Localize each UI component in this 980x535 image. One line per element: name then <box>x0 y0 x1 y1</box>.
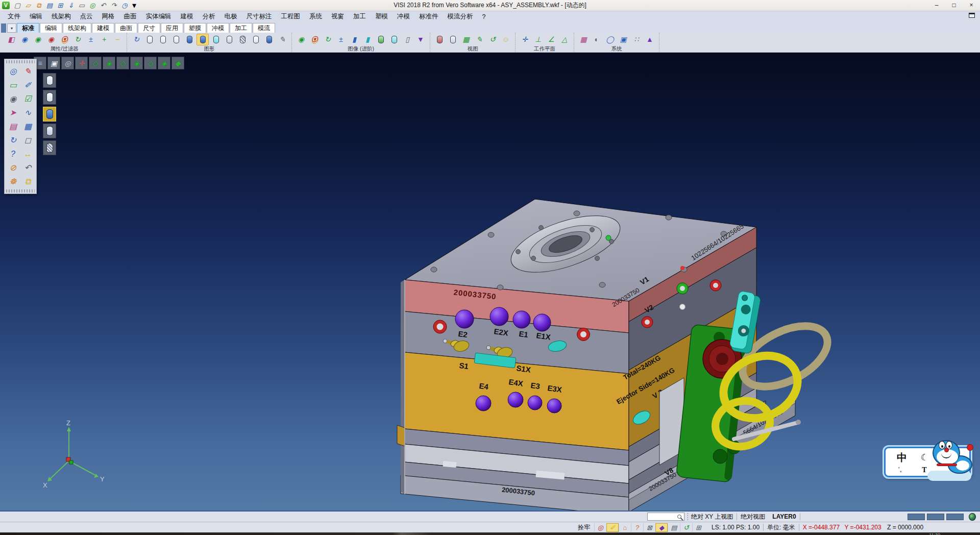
measure-icon[interactable]: ↔ <box>20 147 35 161</box>
render-smiley-icon[interactable]: ☺ <box>500 34 512 45</box>
toolbar-tab[interactable]: 编辑 <box>40 23 62 33</box>
cone-display-icon[interactable]: ▼ <box>414 34 427 45</box>
window-settings-icon[interactable]: ▣ <box>617 34 629 45</box>
menu-item[interactable]: 实体编辑 <box>141 11 176 22</box>
menu-item[interactable]: 网格 <box>97 11 119 22</box>
confirm-check-icon[interactable]: ☑ <box>20 92 35 106</box>
delete-trash-icon[interactable]: ⊘ <box>6 161 20 175</box>
close-button[interactable]: × <box>963 0 980 11</box>
toolbar-tab[interactable]: 曲面 <box>115 23 137 33</box>
show-all-icon[interactable]: + <box>98 34 110 45</box>
snap-settings-icon[interactable]: ◎ <box>594 523 606 532</box>
redraw-icon[interactable]: ↻ <box>130 34 142 45</box>
copy-folder-icon[interactable]: ⧉ <box>20 175 35 188</box>
adv-trafficlight-icon[interactable]: ⦿ <box>308 34 321 45</box>
selection-wand-icon[interactable]: ✐ <box>606 523 619 532</box>
view-right-cube-icon[interactable]: ◈ <box>130 57 143 69</box>
ime-toolbar[interactable]: 中 ☾ ’。 T <box>884 447 971 477</box>
annotate-view-icon[interactable]: ✎ <box>473 34 485 45</box>
adv-toggle-icon[interactable]: ± <box>335 34 347 45</box>
view-bottom-cube-icon[interactable]: ◈ <box>158 57 170 69</box>
workplane-angle-icon[interactable]: ∠ <box>545 34 557 45</box>
navigator-wheel-icon[interactable]: ☸ <box>6 175 20 188</box>
grid-toggle-icon[interactable]: ⊞ <box>692 523 704 532</box>
toolbar-tab[interactable]: 标准 <box>17 23 39 33</box>
color-swatch[interactable] <box>908 514 925 520</box>
zoom-window-icon[interactable]: ◎ <box>61 57 74 69</box>
disable-calc-icon[interactable]: ⊠ <box>643 523 655 532</box>
wireframe-view-icon[interactable] <box>143 34 156 45</box>
shaded-edges-view-icon[interactable] <box>197 34 209 45</box>
menu-item[interactable]: ? <box>478 12 491 21</box>
multi-view-icon[interactable]: ▦ <box>460 34 472 45</box>
move-axes-icon[interactable]: ➤ <box>6 106 20 119</box>
workplane-3pt-icon[interactable]: △ <box>558 34 571 45</box>
strip-ghost-icon[interactable] <box>43 124 56 138</box>
visibility-refresh-icon[interactable]: ↻ <box>71 34 84 45</box>
render-sphere-icon[interactable]: ◐ <box>591 34 603 45</box>
view-mode-label[interactable]: 绝对 XY 上视图 <box>691 513 733 521</box>
toolbar-tab[interactable]: 冲模 <box>207 23 229 33</box>
view-top-cube-icon[interactable]: ◇ <box>144 57 157 69</box>
cube-icon[interactable]: ◻ <box>20 133 35 147</box>
ime-punctuation[interactable]: ’。 <box>898 466 906 474</box>
strip-shaded-icon[interactable] <box>43 107 56 121</box>
transparent-view-icon[interactable] <box>210 34 222 45</box>
clip-plane-icon[interactable]: ▯ <box>401 34 413 45</box>
toolbar-tab[interactable]: 建模 <box>92 23 114 33</box>
menu-item[interactable]: 电极 <box>220 11 242 22</box>
ime-language-indicator[interactable]: 中 <box>897 451 907 465</box>
adv-refresh-icon[interactable]: ↻ <box>322 34 334 45</box>
attribute-painter-icon[interactable]: ◧ <box>5 34 17 45</box>
save-icon[interactable]: ▤ <box>45 1 54 10</box>
section-strip-icon[interactable]: ▮ <box>361 34 374 45</box>
translucent-view-icon[interactable] <box>388 34 400 45</box>
undo-icon[interactable]: ↶ <box>99 1 108 10</box>
viewport-pair-icon[interactable] <box>433 34 446 45</box>
menu-item[interactable]: 线架构 <box>47 11 76 22</box>
mdi-restore-icon[interactable] <box>969 13 975 18</box>
menu-item[interactable]: 文件 <box>3 11 25 22</box>
menu-item[interactable]: 冲模 <box>393 11 414 22</box>
globe-status-icon[interactable] <box>969 513 976 521</box>
hatched-view-icon[interactable] <box>236 34 249 45</box>
axes-icon[interactable]: ✛ <box>75 57 88 69</box>
auto-regen-icon[interactable]: ↺ <box>680 523 692 532</box>
strip-hidden-icon[interactable] <box>43 90 56 105</box>
menu-item[interactable]: 系统 <box>305 11 327 22</box>
search-icon[interactable] <box>677 515 681 519</box>
view-front-cube-icon[interactable]: ◇ <box>89 57 102 69</box>
minimize-button[interactable]: – <box>928 0 945 11</box>
recent-icon[interactable]: ◷ <box>120 1 129 10</box>
menu-item[interactable]: 尺寸标注 <box>242 11 277 22</box>
strip-wireframe-icon[interactable] <box>43 73 56 88</box>
ghost-view-icon[interactable] <box>223 34 235 45</box>
maximize-button[interactable]: □ <box>945 0 963 11</box>
grid-window-icon[interactable]: ▦ <box>20 119 35 133</box>
compass-pen-icon[interactable]: ✐ <box>20 78 35 92</box>
workplane-gem-icon[interactable]: ◆ <box>655 523 668 532</box>
save-all-icon[interactable]: ⊞ <box>56 1 65 10</box>
redo-icon[interactable]: ↷ <box>109 1 118 10</box>
hide-all-icon[interactable]: − <box>111 34 124 45</box>
menu-item[interactable]: 曲面 <box>119 11 141 22</box>
toolbar-tab[interactable]: 加工 <box>230 23 252 33</box>
color-grid-icon[interactable]: ▦ <box>577 34 590 45</box>
palette-undo-icon[interactable]: ↶ <box>20 161 35 175</box>
visibility-toggle-icon[interactable]: ± <box>85 34 97 45</box>
hiddenline-view-icon[interactable] <box>157 34 169 45</box>
strip-hatch-icon[interactable] <box>43 140 56 155</box>
toolbar-tab[interactable]: 模流 <box>253 23 275 33</box>
import-file-icon[interactable]: ⧉ <box>34 1 43 10</box>
workplane-normal-icon[interactable]: ⊥ <box>532 34 544 45</box>
layer-manager-icon[interactable]: ▤ <box>668 523 680 532</box>
absolute-view-label[interactable]: 绝对视图 <box>741 513 765 521</box>
spline-pencil-icon[interactable]: ∿ <box>20 106 35 119</box>
menu-item[interactable]: 点云 <box>76 11 97 22</box>
compare-view-icon[interactable] <box>263 34 275 45</box>
mold-assembly-model[interactable]: 10225664/10225665 200033750 200033750 E2… <box>357 193 857 512</box>
view-options-icon[interactable]: ✎ <box>276 34 288 45</box>
menu-item[interactable]: 分析 <box>198 11 220 22</box>
menu-item[interactable]: 编辑 <box>25 11 47 22</box>
recycle-view-icon[interactable] <box>250 34 262 45</box>
